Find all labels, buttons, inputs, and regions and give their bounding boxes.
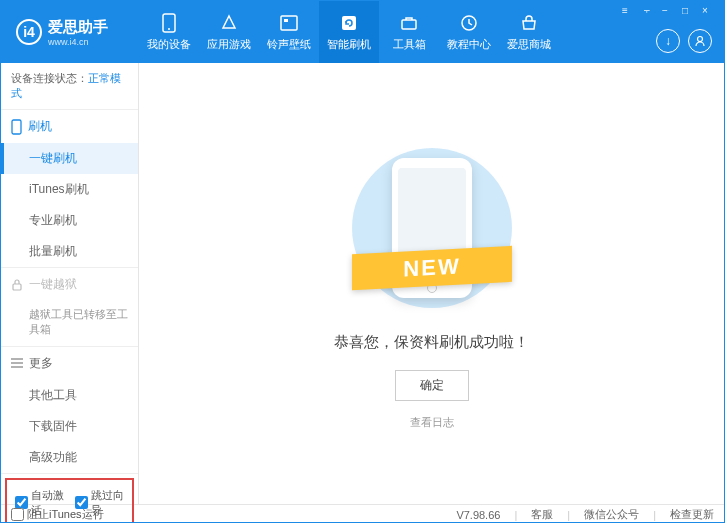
nav-label: 铃声壁纸 [267, 37, 311, 52]
nav-ringtones[interactable]: 铃声壁纸 [259, 1, 319, 63]
lock-icon[interactable]: ⫟ [642, 5, 656, 19]
minimize-icon[interactable]: − [662, 5, 676, 19]
menu-icon[interactable]: ≡ [622, 5, 636, 19]
sidebar-item-batch[interactable]: 批量刷机 [1, 236, 138, 267]
download-button[interactable]: ↓ [656, 29, 680, 53]
sidebar: 设备连接状态：正常模式 刷机 一键刷机 iTunes刷机 专业刷机 批量刷机 一… [1, 63, 139, 504]
new-banner: NEW [352, 245, 512, 289]
svg-point-7 [698, 37, 703, 42]
nav-store[interactable]: 爱思商城 [499, 1, 559, 63]
wallpaper-icon [279, 13, 299, 33]
logo-icon: i4 [16, 19, 42, 45]
svg-rect-9 [13, 284, 21, 290]
svg-rect-3 [284, 19, 288, 22]
user-button[interactable] [688, 29, 712, 53]
nav-toolbox[interactable]: 工具箱 [379, 1, 439, 63]
nav-label: 应用游戏 [207, 37, 251, 52]
nav-label: 教程中心 [447, 37, 491, 52]
toolbox-icon [399, 13, 419, 33]
svg-rect-8 [12, 120, 21, 134]
nav-label: 爱思商城 [507, 37, 551, 52]
connection-status: 设备连接状态：正常模式 [1, 63, 138, 110]
block-itunes-checkbox[interactable]: 阻止iTunes运行 [11, 507, 104, 522]
refresh-icon [339, 13, 359, 33]
app-url: www.i4.cn [48, 37, 108, 47]
nav-flash[interactable]: 智能刷机 [319, 1, 379, 63]
sidebar-item-oneclick[interactable]: 一键刷机 [1, 143, 138, 174]
service-link[interactable]: 客服 [531, 507, 553, 522]
view-log-link[interactable]: 查看日志 [410, 415, 454, 430]
sidebar-item-advanced[interactable]: 高级功能 [1, 442, 138, 473]
close-icon[interactable]: × [702, 5, 716, 19]
success-message: 恭喜您，保资料刷机成功啦！ [334, 333, 529, 352]
logo-area: i4 爱思助手 www.i4.cn [1, 18, 139, 47]
svg-rect-5 [402, 20, 416, 29]
main-nav: 我的设备 应用游戏 铃声壁纸 智能刷机 工具箱 教程中心 爱思商城 [139, 1, 559, 63]
book-icon [459, 13, 479, 33]
menu-icon [11, 358, 23, 368]
nav-my-device[interactable]: 我的设备 [139, 1, 199, 63]
sidebar-flash-title: 刷机 [28, 118, 52, 135]
sidebar-item-pro[interactable]: 专业刷机 [1, 205, 138, 236]
phone-icon [159, 13, 179, 33]
store-icon [519, 13, 539, 33]
nav-tutorials[interactable]: 教程中心 [439, 1, 499, 63]
nav-label: 智能刷机 [327, 37, 371, 52]
sidebar-jailbreak-title: 一键越狱 [29, 276, 77, 293]
window-controls: ≡ ⫟ − □ × [622, 5, 716, 19]
nav-label: 工具箱 [393, 37, 426, 52]
sidebar-jailbreak-head[interactable]: 一键越狱 [1, 268, 138, 301]
sidebar-more-title: 更多 [29, 355, 53, 372]
main-content: NEW 恭喜您，保资料刷机成功啦！ 确定 查看日志 [139, 63, 724, 504]
sidebar-more-head[interactable]: 更多 [1, 347, 138, 380]
svg-rect-2 [281, 16, 297, 30]
apps-icon [219, 13, 239, 33]
version-label: V7.98.66 [456, 509, 500, 521]
app-title: 爱思助手 [48, 18, 108, 37]
sidebar-item-itunes[interactable]: iTunes刷机 [1, 174, 138, 205]
lock-icon [11, 278, 23, 292]
nav-apps[interactable]: 应用游戏 [199, 1, 259, 63]
wechat-link[interactable]: 微信公众号 [584, 507, 639, 522]
success-illustration: NEW [342, 138, 522, 318]
update-link[interactable]: 检查更新 [670, 507, 714, 522]
nav-label: 我的设备 [147, 37, 191, 52]
confirm-button[interactable]: 确定 [395, 370, 469, 401]
sidebar-flash-head[interactable]: 刷机 [1, 110, 138, 143]
conn-label: 设备连接状态： [11, 72, 88, 84]
app-header: i4 爱思助手 www.i4.cn 我的设备 应用游戏 铃声壁纸 智能刷机 工具… [1, 1, 724, 63]
jailbreak-note: 越狱工具已转移至工具箱 [1, 301, 138, 346]
svg-rect-4 [342, 16, 356, 30]
phone-icon [11, 119, 22, 135]
sidebar-item-firmware[interactable]: 下载固件 [1, 411, 138, 442]
maximize-icon[interactable]: □ [682, 5, 696, 19]
sidebar-item-other[interactable]: 其他工具 [1, 380, 138, 411]
svg-point-1 [168, 28, 170, 30]
